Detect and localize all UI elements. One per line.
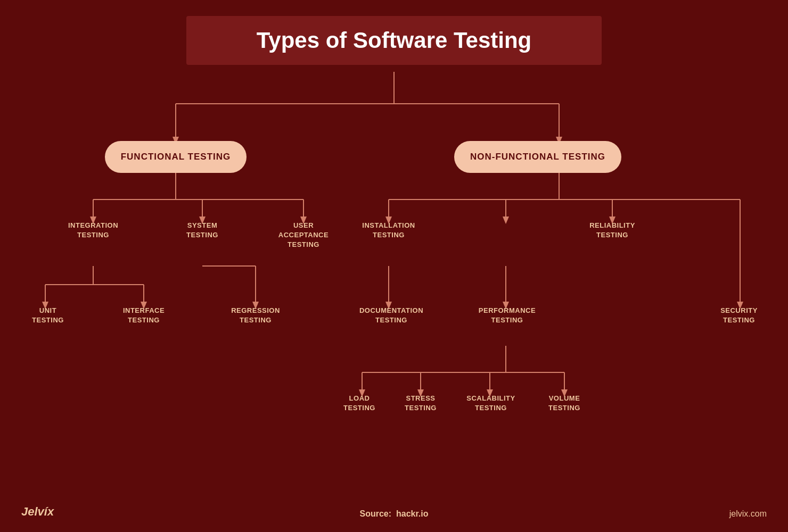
installation-testing-node: INSTALLATIONTESTING — [349, 221, 429, 240]
main-title: Types of Software Testing — [208, 28, 580, 53]
interface-testing-label: INTERFACETESTING — [123, 306, 165, 324]
functional-testing-node: FUNCTIONAL TESTING — [85, 141, 266, 173]
integration-testing-node: INTEGRATIONTESTING — [56, 221, 130, 240]
non-functional-testing-node: NON-FUNCTIONAL TESTING — [426, 141, 650, 173]
installation-testing-label: INSTALLATIONTESTING — [362, 221, 415, 239]
system-testing-label: SYSTEMTESTING — [186, 221, 218, 239]
scalability-testing-label: SCALABILITYTESTING — [466, 394, 515, 412]
reliability-testing-label: RELIABILITYTESTING — [589, 221, 635, 239]
footer-brand: Jelvíx — [21, 505, 54, 519]
reliability-testing-node: RELIABILITYTESTING — [570, 221, 655, 240]
regression-testing-label: REGRESSIONTESTING — [231, 306, 280, 324]
volume-testing-label: VOLUMETESTING — [548, 394, 580, 412]
security-testing-label: SECURITYTESTING — [720, 306, 758, 324]
scalability-testing-node: SCALABILITYTESTING — [454, 394, 528, 413]
main-title-box: Types of Software Testing — [186, 16, 602, 65]
functional-testing-label: FUNCTIONAL TESTING — [105, 141, 247, 173]
load-testing-label: LOADTESTING — [343, 394, 375, 412]
source-label: Source: — [360, 509, 392, 518]
interface-testing-node: INTERFACETESTING — [106, 306, 181, 325]
system-testing-node: SYSTEMTESTING — [165, 221, 240, 240]
footer-website: jelvix.com — [729, 509, 767, 519]
stress-testing-node: STRESSTESTING — [386, 394, 455, 413]
regression-testing-node: REGRESSIONTESTING — [216, 306, 296, 325]
stress-testing-label: STRESSTESTING — [405, 394, 437, 412]
user-acceptance-testing-label: USERACCEPTANCETESTING — [278, 221, 329, 248]
source-value: hackr.io — [396, 509, 428, 518]
performance-testing-label: PERFORMANCETESTING — [479, 306, 536, 324]
unit-testing-node: UNITTESTING — [16, 306, 80, 325]
performance-testing-node: PERFORMANCETESTING — [463, 306, 551, 325]
load-testing-node: LOADTESTING — [325, 394, 394, 413]
volume-testing-node: VOLUMETESTING — [530, 394, 599, 413]
documentation-testing-node: DOCUMENTATIONTESTING — [346, 306, 437, 325]
integration-testing-label: INTEGRATIONTESTING — [68, 221, 118, 239]
documentation-testing-label: DOCUMENTATIONTESTING — [359, 306, 423, 324]
diagram-lines — [0, 0, 788, 532]
user-acceptance-testing-node: USERACCEPTANCETESTING — [264, 221, 343, 250]
unit-testing-label: UNITTESTING — [32, 306, 64, 324]
security-testing-node: SECURITYTESTING — [702, 306, 776, 325]
footer-source: Source: hackr.io — [360, 509, 429, 519]
non-functional-testing-label: NON-FUNCTIONAL TESTING — [454, 141, 621, 173]
